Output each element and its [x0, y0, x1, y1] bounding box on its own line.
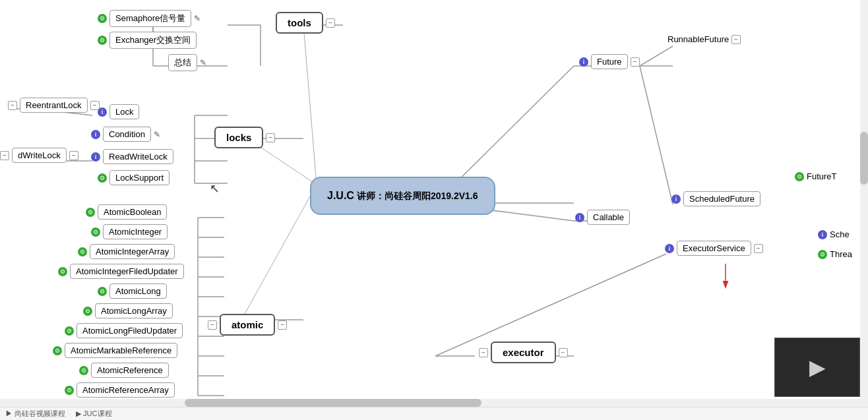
- alfu-box[interactable]: AtomicLongFiledUpdater: [77, 323, 183, 338]
- threa-label: Threa: [830, 249, 852, 259]
- atomiclong-node[interactable]: ⚙ AtomicLong: [98, 284, 167, 299]
- category-atomic[interactable]: − atomic −: [208, 314, 287, 336]
- exchanger-box[interactable]: Exchanger交换空间: [109, 32, 197, 49]
- ar-box[interactable]: AtomicReference: [91, 363, 169, 378]
- vertical-scrollbar-thumb[interactable]: [860, 132, 868, 185]
- callable-box[interactable]: Callable: [587, 210, 630, 225]
- semaphore-box[interactable]: Semaphore信号量: [109, 10, 191, 27]
- play-icon[interactable]: ▶: [809, 355, 826, 380]
- exchanger-node[interactable]: ⚙ Exchanger交换空间: [98, 32, 197, 49]
- video-panel[interactable]: ▶: [774, 338, 860, 397]
- category-executor[interactable]: − executor −: [479, 342, 568, 363]
- ai-box[interactable]: AtomicInteger: [103, 224, 168, 239]
- atomicintegerfiledupdater-node[interactable]: ⚙ AtomicIntegerFiledUpdater: [58, 264, 184, 279]
- tools-collapse[interactable]: −: [326, 18, 335, 28]
- semaphore-edit-icon[interactable]: ✎: [194, 14, 201, 23]
- locksupport-gear-icon: ⚙: [98, 173, 107, 183]
- sf-info-icon: i: [671, 195, 681, 204]
- category-tools-box[interactable]: tools: [276, 12, 323, 34]
- reentrantlock-box[interactable]: ReentrantLock: [20, 98, 88, 113]
- dwritelock-collapse2[interactable]: −: [69, 151, 78, 160]
- ara-box[interactable]: AtomicReferenceArray: [77, 382, 175, 398]
- category-locks-box[interactable]: locks: [214, 127, 263, 148]
- condition-box[interactable]: Condition: [103, 127, 151, 142]
- cursor: ↖: [210, 181, 220, 196]
- svg-line-46: [241, 185, 317, 320]
- sche-node[interactable]: i Sche: [818, 229, 850, 239]
- condition-label: Condition: [109, 129, 145, 139]
- condition-info-icon: i: [91, 130, 100, 139]
- executorservice-node[interactable]: i ExecutorService −: [665, 241, 763, 256]
- atomic-collapse-right[interactable]: −: [278, 320, 287, 330]
- atomicboolean-node[interactable]: ⚙ AtomicBoolean: [86, 204, 167, 220]
- dwritelock-collapse[interactable]: −: [0, 151, 9, 160]
- aia-box[interactable]: AtomicIntegerArray: [90, 244, 175, 259]
- runnablefuture-node[interactable]: RunnableFuture −: [667, 34, 741, 44]
- category-executor-box[interactable]: executor: [491, 342, 556, 363]
- reentrantlock-collapse[interactable]: −: [8, 101, 17, 110]
- lock-node[interactable]: i Lock: [98, 104, 139, 119]
- reentrantlock-node[interactable]: − ReentrantLock −: [8, 98, 100, 113]
- locksupport-label: LockSupport: [115, 173, 164, 183]
- mindmap-canvas[interactable]: J.U.C 讲师：尚硅谷周阳2019.2V1.6 tools − ⚙ Semap…: [0, 0, 868, 420]
- zongjie-node[interactable]: 总结 ✎: [168, 54, 206, 71]
- scheduledfuture-node[interactable]: i ScheduledFuture: [671, 191, 760, 206]
- atomicintegerarray-node[interactable]: ⚙ AtomicIntegerArray: [78, 244, 175, 259]
- futuret-node[interactable]: ⚙ FutureT: [795, 171, 837, 181]
- bottom-item1[interactable]: ▶ 尚硅谷视频课程: [5, 409, 65, 419]
- locks-collapse[interactable]: −: [266, 133, 275, 142]
- atomicreference-node[interactable]: ⚙ AtomicReference: [79, 363, 169, 378]
- runnablefuture-label: RunnableFuture: [667, 34, 729, 44]
- atomicmarkablereference-node[interactable]: ⚙ AtomicMarkableReference: [53, 343, 177, 358]
- es-box[interactable]: ExecutorService: [677, 241, 751, 256]
- readwritelock-box[interactable]: ReadWriteLock: [103, 149, 173, 164]
- sf-label: ScheduledFuture: [689, 194, 755, 204]
- horizontal-scrollbar[interactable]: [0, 399, 868, 407]
- category-locks[interactable]: locks −: [214, 127, 275, 148]
- amr-box[interactable]: AtomicMarkableReference: [65, 343, 177, 358]
- executor-collapse-left[interactable]: −: [479, 348, 488, 357]
- al-box[interactable]: AtomicLong: [109, 284, 167, 299]
- aifu-box[interactable]: AtomicIntegerFiledUpdater: [70, 264, 184, 279]
- executor-label: executor: [503, 347, 544, 358]
- ala-box[interactable]: AtomicLongArray: [95, 303, 173, 318]
- horizontal-scrollbar-thumb[interactable]: [185, 399, 481, 407]
- lock-box[interactable]: Lock: [109, 104, 139, 119]
- atomiclongfiledupdater-node[interactable]: ⚙ AtomicLongFiledUpdater: [65, 323, 183, 338]
- ara-gear-icon: ⚙: [65, 386, 74, 395]
- condition-node[interactable]: i Condition ✎: [91, 127, 160, 142]
- atomic-collapse-left[interactable]: −: [208, 320, 217, 330]
- threa-gear-icon: ⚙: [818, 250, 827, 259]
- condition-edit-icon[interactable]: ✎: [154, 130, 160, 139]
- runnablefuture-collapse[interactable]: −: [731, 35, 741, 44]
- zongjie-edit-icon[interactable]: ✎: [200, 58, 206, 67]
- semaphore-node[interactable]: ⚙ Semaphore信号量 ✎: [98, 10, 201, 27]
- exchanger-gear-icon: ⚙: [98, 36, 107, 45]
- es-label: ExecutorService: [683, 243, 745, 253]
- atomiclongarray-node[interactable]: ⚙ AtomicLongArray: [83, 303, 173, 318]
- locksupport-node[interactable]: ⚙ LockSupport: [98, 170, 170, 185]
- vertical-scrollbar[interactable]: [860, 0, 868, 407]
- dwritelock-label: dWriteLock: [18, 150, 61, 160]
- category-atomic-box[interactable]: atomic: [220, 314, 275, 336]
- future-node[interactable]: i Future −: [579, 54, 640, 69]
- readwritelock-node[interactable]: i ReadWriteLock: [91, 149, 173, 164]
- sf-box[interactable]: ScheduledFuture: [683, 191, 760, 206]
- atomicreferencearray-node[interactable]: ⚙ AtomicReferenceArray: [65, 382, 175, 398]
- future-collapse[interactable]: −: [631, 57, 640, 67]
- threa-node[interactable]: ⚙ Threa: [818, 249, 852, 259]
- executor-collapse-right[interactable]: −: [559, 348, 568, 357]
- ab-box[interactable]: AtomicBoolean: [98, 204, 167, 220]
- es-collapse[interactable]: −: [754, 244, 763, 253]
- bottom-item2[interactable]: ▶ JUC课程: [76, 409, 111, 419]
- category-tools[interactable]: tools −: [276, 12, 335, 34]
- semaphore-gear-icon: ⚙: [98, 14, 107, 23]
- zongjie-box[interactable]: 总结: [168, 54, 197, 71]
- callable-node[interactable]: i Callable: [575, 210, 630, 225]
- dwritelock-node[interactable]: − dWriteLock −: [0, 148, 78, 163]
- atomicinteger-node[interactable]: ⚙ AtomicInteger: [91, 224, 168, 239]
- dwritelock-box[interactable]: dWriteLock: [12, 148, 67, 163]
- svg-line-41: [435, 254, 666, 356]
- future-box[interactable]: Future: [591, 54, 628, 69]
- locksupport-box[interactable]: LockSupport: [109, 170, 170, 185]
